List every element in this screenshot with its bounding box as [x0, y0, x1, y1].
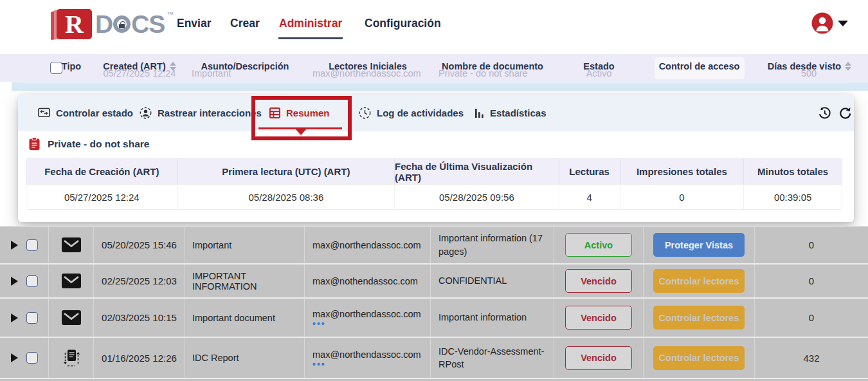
subject-text: Important document — [192, 313, 275, 323]
account-menu-caret-icon[interactable] — [838, 21, 848, 26]
sort-icon[interactable] — [845, 62, 851, 71]
activity-log-clock-icon — [359, 107, 371, 119]
table-row[interactable]: 05/20/2025 15:46 Important max@northenda… — [0, 227, 868, 265]
column-header-created[interactable]: Created (ART) — [94, 61, 185, 71]
user-avatar-icon — [811, 12, 833, 34]
nav-item-configuracion[interactable]: Configuración — [365, 17, 441, 30]
document-name: CONFIDENTIAL — [439, 274, 507, 287]
clipboard-document-icon — [28, 137, 41, 151]
tab-estadisticas[interactable]: Estadísticas — [475, 95, 547, 131]
column-header-tipo[interactable]: Tipo — [49, 61, 94, 71]
column-header-nombre[interactable]: Nombre de documento — [431, 61, 554, 71]
user-avatar[interactable] — [811, 12, 833, 34]
tab-label: Controlar estado — [56, 107, 133, 118]
summary-value-ultima-visualizacion: 05/28/2025 09:56 — [395, 185, 559, 209]
created-date: 02/03/2025 10:15 — [102, 312, 177, 323]
summary-col-impresiones: Impresiones totales — [620, 159, 745, 184]
summary-table-row: 05/27/2025 12:24 05/28/2025 08:36 05/28/… — [26, 184, 842, 209]
tab-label: Log de actividades — [377, 107, 464, 118]
selected-row-highlight — [12, 82, 868, 91]
document-name: IDC-Vendor-Assessment-RPost — [439, 345, 545, 371]
tab-controlar-estado[interactable]: Controlar estado — [38, 95, 133, 131]
panel-tab-bar: Controlar estado Rastrear interacciones … — [18, 95, 854, 131]
tab-label: Estadísticas — [490, 107, 547, 118]
column-header-control-acceso[interactable]: Control de acceso — [644, 61, 755, 71]
summary-col-lecturas: Lecturas — [559, 159, 620, 184]
column-header-dias-visto[interactable]: Días desde visto — [755, 61, 864, 71]
sort-icon[interactable] — [170, 62, 176, 71]
row-checkbox[interactable] — [26, 312, 38, 324]
more-readers-dots[interactable]: ••• — [312, 362, 326, 367]
row-checkbox[interactable] — [26, 352, 38, 364]
active-tab-pointer-icon — [296, 129, 306, 135]
table-row[interactable]: 01/16/2025 12:26 IDC Report max@northend… — [0, 338, 868, 379]
column-header-asunto[interactable]: Asunto/Descripción — [185, 61, 305, 71]
tab-log-actividades[interactable]: Log de actividades — [359, 95, 464, 131]
tab-resumen-active[interactable]: Resumen — [269, 95, 330, 131]
status-monitor-icon — [38, 107, 50, 118]
document-name: Important information (17 pages) — [439, 232, 545, 258]
logo-r-mark: R — [57, 9, 92, 39]
documents-table-header: 05/27/2025 12:24 Important max@northenda… — [0, 54, 868, 82]
status-badge-vencido: Vencido — [565, 346, 632, 370]
summary-col-primera-lectura: Primera lectura (UTC) (ART) — [178, 159, 395, 184]
reader-email: max@northendassoc.com — [312, 240, 421, 250]
proteger-vistas-button[interactable]: Proteger Vistas — [653, 233, 745, 257]
created-date: 01/16/2025 12:26 — [102, 353, 177, 364]
column-label: Días desde visto — [768, 61, 841, 71]
logo-letter: D — [95, 9, 113, 39]
days-since-seen: 0 — [809, 312, 814, 323]
reader-email: max@nothendassoc.com — [312, 276, 418, 286]
column-header-estado[interactable]: Estado — [554, 61, 644, 71]
column-header-lectores[interactable]: Lectores Iniciales — [305, 61, 431, 71]
document-detail-panel: Controlar estado Rastrear interacciones … — [18, 95, 854, 222]
row-expander-icon[interactable] — [11, 313, 18, 322]
document-title-row: Private - do not share — [28, 137, 149, 151]
row-checkbox[interactable] — [26, 239, 38, 251]
table-row[interactable]: 02/03/2025 10:15 Important document max@… — [0, 299, 868, 338]
summary-col-minutos: Minutos totales — [744, 159, 842, 184]
summary-grid-icon — [269, 107, 280, 118]
rdocs-logo[interactable]: R DCS ™ — [57, 9, 174, 39]
summary-value-minutos: 00:39:05 — [744, 185, 842, 209]
history-icon[interactable] — [818, 107, 831, 122]
logo-o-lock-icon — [113, 15, 131, 33]
column-label: Created (ART) — [103, 61, 165, 71]
track-interactions-icon — [140, 107, 152, 119]
row-expander-icon[interactable] — [11, 353, 18, 362]
status-badge-vencido: Vencido — [565, 269, 632, 293]
tab-rastrear-interacciones[interactable]: Rastrear interacciones — [140, 95, 262, 131]
row-expander-icon[interactable] — [11, 241, 18, 250]
subject-text: IDC Report — [192, 353, 239, 363]
summary-value-primera-lectura: 05/28/2025 08:36 — [178, 185, 395, 209]
more-readers-dots[interactable]: ••• — [312, 321, 326, 326]
tab-label: Rastrear interacciones — [158, 107, 262, 118]
envelope-icon — [62, 237, 81, 252]
reader-email: max@northendassoc.com — [312, 349, 421, 360]
controlar-lectores-button[interactable]: Controlar lectores — [653, 306, 745, 330]
nav-item-administrar-active[interactable]: Administrar — [279, 17, 342, 30]
created-date: 05/20/2025 15:46 — [102, 239, 177, 250]
days-since-seen: 0 — [809, 239, 814, 250]
controlar-lectores-button[interactable]: Controlar lectores — [653, 346, 745, 370]
lock-icon — [119, 24, 125, 28]
nav-item-enviar[interactable]: Enviar — [177, 17, 212, 30]
refresh-icon[interactable] — [839, 107, 851, 122]
table-row[interactable]: 02/25/2025 12:03 IMPORTANT INFORMATION m… — [0, 265, 868, 299]
top-navigation-bar: R DCS ™ Enviar Crear Administrar Configu… — [0, 0, 868, 50]
documents-table: 05/20/2025 15:46 Important max@northenda… — [0, 226, 868, 381]
reader-email: max@northendassoc.com — [312, 309, 421, 319]
created-date: 02/25/2025 12:03 — [102, 275, 177, 286]
tab-label: Resumen — [286, 107, 330, 118]
summary-col-fecha-creacion: Fecha de Creación (ART) — [26, 159, 178, 184]
summary-table: Fecha de Creación (ART) Primera lectura … — [26, 158, 842, 210]
envelope-icon — [62, 274, 81, 288]
row-expander-icon[interactable] — [11, 277, 18, 286]
nav-item-crear[interactable]: Crear — [230, 17, 260, 30]
summary-col-ultima-visualizacion: Fecha de Última Visualización (ART) — [395, 159, 559, 184]
summary-table-header: Fecha de Creación (ART) Primera lectura … — [26, 159, 842, 184]
controlar-lectores-button[interactable]: Controlar lectores — [653, 269, 745, 293]
row-checkbox[interactable] — [26, 275, 38, 287]
subject-text: Important — [192, 240, 231, 250]
logo-letters: CS — [131, 9, 165, 39]
